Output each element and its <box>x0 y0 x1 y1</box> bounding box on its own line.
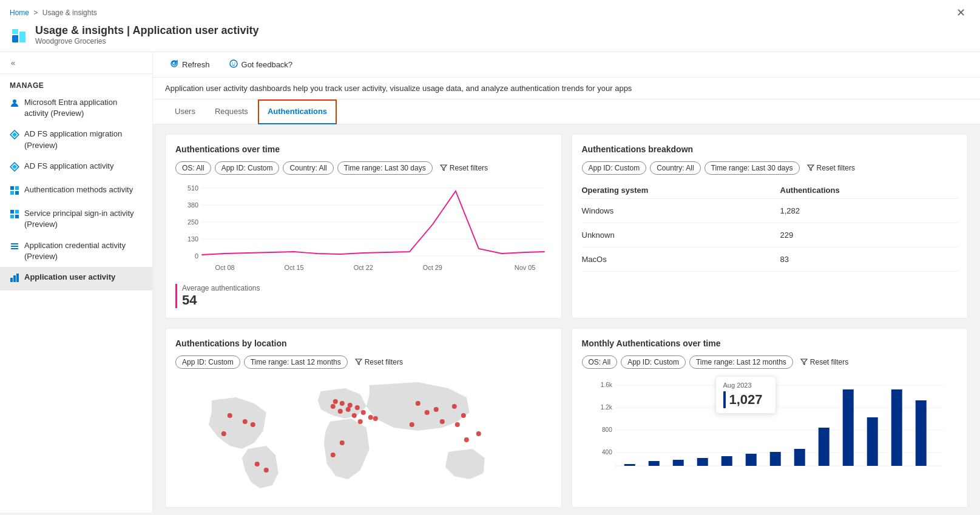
breakdown-filter-country[interactable]: Country: All <box>650 161 700 175</box>
tabs-bar: Users Requests Authentications <box>153 99 980 124</box>
page-title: Usage & insights | Application user acti… <box>35 24 259 37</box>
filter-chip-appid[interactable]: App ID: Custom <box>215 161 280 175</box>
svg-rect-9 <box>15 186 19 190</box>
person-icon <box>10 98 19 111</box>
sidebar-item-adfs-migration[interactable]: AD FS application migration (Preview) <box>0 124 152 155</box>
world-map <box>175 376 552 497</box>
location-reset-filters-button[interactable]: Reset filters <box>351 356 407 369</box>
sidebar-collapse-button[interactable]: « <box>10 57 16 69</box>
tooltip-date: Aug 2023 <box>723 382 768 389</box>
filter-chip-country[interactable]: Country: All <box>283 161 333 175</box>
svg-point-23 <box>232 62 233 64</box>
svg-text:380: 380 <box>188 202 198 209</box>
svg-point-49 <box>346 407 351 412</box>
feedback-button[interactable]: Got feedback? <box>225 57 298 72</box>
svg-text:1.6k: 1.6k <box>600 382 612 388</box>
breakdown-reset-filters-button[interactable]: Reset filters <box>803 162 859 175</box>
location-filter-timerange[interactable]: Time range: Last 12 months <box>244 355 348 369</box>
diamond-icon2 <box>10 162 19 175</box>
svg-point-42 <box>251 422 255 427</box>
breakdown-filter-timerange[interactable]: Time range: Last 30 days <box>705 161 800 175</box>
svg-rect-80 <box>648 461 659 466</box>
svg-point-65 <box>331 453 336 457</box>
svg-rect-20 <box>13 275 16 282</box>
tab-requests[interactable]: Requests <box>205 99 258 124</box>
auth-breakdown-title: Authentications breakdown <box>582 144 958 154</box>
close-button[interactable]: ✕ <box>951 4 970 22</box>
svg-text:130: 130 <box>188 236 198 243</box>
breadcrumb-current: Usage & insights <box>42 8 97 17</box>
sidebar-item-entra-app[interactable]: Microsoft Entra application activity (Pr… <box>0 92 152 124</box>
sidebar-item-adfs-activity[interactable]: AD FS application activity <box>0 156 152 180</box>
tab-users[interactable]: Users <box>165 99 205 124</box>
auth-by-location-title: Authentications by location <box>175 338 552 348</box>
svg-point-66 <box>255 462 260 466</box>
svg-rect-89 <box>867 417 877 466</box>
breakdown-reset-label: Reset filters <box>817 164 855 172</box>
feedback-icon <box>229 59 238 70</box>
monthly-filter-os[interactable]: OS: All <box>582 355 618 369</box>
monthly-filter-timerange[interactable]: Time range: Last 12 months <box>689 355 793 369</box>
filter-icon <box>440 164 447 173</box>
svg-point-55 <box>373 416 378 421</box>
auth-over-time-card: Authentications over time OS: All App ID… <box>165 134 562 318</box>
filter-chip-timerange[interactable]: Time range: Last 30 days <box>337 161 433 175</box>
table-row: Unknown 229 <box>582 223 958 247</box>
svg-point-54 <box>358 419 363 424</box>
location-reset-label: Reset filters <box>365 358 403 366</box>
auth-count: 229 <box>780 223 958 247</box>
main-content: Refresh Got feedback? Application user a… <box>153 52 980 513</box>
sidebar-item-label: AD FS application migration (Preview) <box>24 129 143 150</box>
filter-chip-os[interactable]: OS: All <box>175 161 211 175</box>
sidebar-item-service-principal[interactable]: Service principal sign-in activity (Prev… <box>0 203 152 235</box>
tab-authentications[interactable]: Authentications <box>258 99 337 124</box>
filter-icon2 <box>807 164 814 173</box>
avg-authentications: Average authentications 54 <box>175 284 552 308</box>
breakdown-filter-appid[interactable]: App ID: Custom <box>582 161 647 175</box>
svg-point-45 <box>340 401 345 406</box>
monthly-reset-filters-button[interactable]: Reset filters <box>797 356 852 369</box>
table-row: Windows 1,282 <box>582 199 958 223</box>
org-name: Woodgrove Groceries <box>35 37 259 45</box>
svg-rect-13 <box>15 210 19 214</box>
monthly-auth-card: Monthly Authentications over time OS: Al… <box>572 328 968 508</box>
svg-rect-14 <box>10 215 14 218</box>
refresh-label: Refresh <box>182 60 210 69</box>
sidebar-item-app-credential[interactable]: Application credential activity (Preview… <box>0 235 152 267</box>
svg-marker-7 <box>12 164 17 169</box>
svg-point-59 <box>452 404 457 409</box>
table-row: MacOs 83 <box>582 247 958 272</box>
svg-point-40 <box>228 413 232 418</box>
svg-rect-81 <box>672 460 683 466</box>
sidebar-item-auth-methods[interactable]: Authentication methods activity <box>0 180 152 203</box>
svg-point-56 <box>416 401 421 406</box>
auth-breakdown-filters: App ID: Custom Country: All Time range: … <box>582 161 958 175</box>
col-os: Operating system <box>582 182 780 199</box>
svg-rect-15 <box>15 215 19 218</box>
os-name: Windows <box>582 199 780 223</box>
svg-point-69 <box>476 431 481 436</box>
refresh-button[interactable]: Refresh <box>165 57 215 72</box>
auth-breakdown-card: Authentications breakdown App ID: Custom… <box>572 134 968 318</box>
reset-filters-button[interactable]: Reset filters <box>436 162 492 175</box>
sidebar-item-app-user-activity[interactable]: Application user activity <box>0 267 152 291</box>
breadcrumb-home[interactable]: Home <box>10 8 29 17</box>
svg-rect-19 <box>10 278 13 282</box>
location-filter-appid[interactable]: App ID: Custom <box>175 355 240 369</box>
auth-over-time-filters: OS: All App ID: Custom Country: All Time… <box>175 161 552 175</box>
breadcrumb-separator: > <box>33 8 38 17</box>
svg-rect-90 <box>891 389 902 466</box>
svg-marker-5 <box>12 132 17 137</box>
svg-point-44 <box>331 404 336 409</box>
monthly-auth-filters: OS: All App ID: Custom Time range: Last … <box>582 355 958 369</box>
svg-rect-8 <box>10 186 14 190</box>
svg-point-61 <box>410 422 414 427</box>
auth-count: 83 <box>780 247 958 272</box>
svg-text:1.2k: 1.2k <box>600 404 612 411</box>
os-name: MacOs <box>582 247 780 272</box>
svg-rect-87 <box>818 428 829 466</box>
svg-text:250: 250 <box>188 219 198 226</box>
monthly-filter-appid[interactable]: App ID: Custom <box>621 355 686 369</box>
svg-text:Oct 22: Oct 22 <box>354 264 373 271</box>
svg-text:Oct 15: Oct 15 <box>285 264 304 271</box>
